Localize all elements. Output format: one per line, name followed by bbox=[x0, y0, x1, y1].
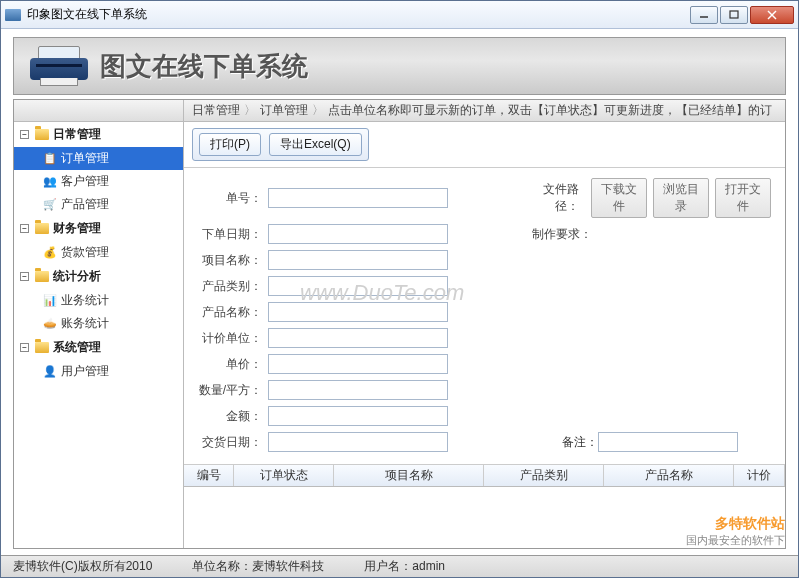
banner-title: 图文在线下单系统 bbox=[100, 49, 308, 84]
collapse-icon[interactable]: − bbox=[20, 343, 29, 352]
chevron-right-icon: 〉 bbox=[312, 102, 324, 119]
label-filepath: 文件路径： bbox=[528, 181, 585, 215]
breadcrumb-b: 订单管理 bbox=[260, 102, 308, 119]
sidebar-group-daily[interactable]: − 日常管理 bbox=[14, 122, 183, 147]
sidebar-group-stats[interactable]: − 统计分析 bbox=[14, 264, 183, 289]
product-icon: 🛒 bbox=[42, 198, 57, 212]
printer-icon bbox=[30, 46, 88, 86]
sidebar-item-products[interactable]: 🛒 产品管理 bbox=[14, 193, 183, 216]
label-order-no: 单号： bbox=[198, 190, 268, 207]
titlebar: 印象图文在线下单系统 bbox=[1, 1, 798, 29]
price-input[interactable] bbox=[268, 354, 448, 374]
users-icon: 👤 bbox=[42, 365, 57, 379]
label-price: 单价： bbox=[198, 356, 268, 373]
label-requirement: 制作要求： bbox=[528, 226, 598, 243]
group-label: 统计分析 bbox=[53, 268, 101, 285]
collapse-icon[interactable]: − bbox=[20, 224, 29, 233]
folder-icon bbox=[35, 129, 49, 140]
sidebar-group-finance[interactable]: − 财务管理 bbox=[14, 216, 183, 241]
product-input[interactable] bbox=[268, 302, 448, 322]
breadcrumb: 日常管理 〉 订单管理 〉 点击单位名称即可显示新的订单，双击【订单状态】可更新… bbox=[184, 100, 785, 122]
duote-badge: 多特软件站 国内最安全的软件下 bbox=[686, 515, 785, 548]
sidebar-item-orders[interactable]: 📋 订单管理 bbox=[14, 147, 183, 170]
collapse-icon[interactable]: − bbox=[20, 272, 29, 281]
col-product[interactable]: 产品名称 bbox=[604, 465, 734, 486]
customer-icon: 👥 bbox=[42, 175, 57, 189]
sidebar-item-label: 货款管理 bbox=[61, 244, 109, 261]
qty-input[interactable] bbox=[268, 380, 448, 400]
col-id[interactable]: 编号 bbox=[184, 465, 234, 486]
remark-input[interactable] bbox=[598, 432, 738, 452]
sidebar-item-label: 订单管理 bbox=[61, 150, 109, 167]
copyright: 麦博软件(C)版权所有2010 bbox=[13, 558, 152, 575]
table-header: 编号 订单状态 项目名称 产品类别 产品名称 计价 bbox=[184, 465, 785, 487]
delivery-input[interactable] bbox=[268, 432, 448, 452]
svg-rect-1 bbox=[730, 11, 738, 18]
col-status[interactable]: 订单状态 bbox=[234, 465, 334, 486]
header-banner: 图文在线下单系统 bbox=[13, 37, 786, 95]
print-button[interactable]: 打印(P) bbox=[199, 133, 261, 156]
label-amount: 金额： bbox=[198, 408, 268, 425]
sidebar-item-customers[interactable]: 👥 客户管理 bbox=[14, 170, 183, 193]
folder-icon bbox=[35, 223, 49, 234]
label-product: 产品名称： bbox=[198, 304, 268, 321]
company-info: 单位名称：麦博软件科技 bbox=[192, 558, 324, 575]
sidebar-item-label: 账务统计 bbox=[61, 315, 109, 332]
col-project[interactable]: 项目名称 bbox=[334, 465, 484, 486]
group-label: 日常管理 bbox=[53, 126, 101, 143]
sidebar-group-system[interactable]: − 系统管理 bbox=[14, 335, 183, 360]
amount-input[interactable] bbox=[268, 406, 448, 426]
breadcrumb-hint: 点击单位名称即可显示新的订单，双击【订单状态】可更新进度，【已经结单】的订 bbox=[328, 102, 772, 119]
label-delivery: 交货日期： bbox=[198, 434, 268, 451]
download-file-button[interactable]: 下载文件 bbox=[591, 178, 647, 218]
group-label: 财务管理 bbox=[53, 220, 101, 237]
piechart-icon: 🥧 bbox=[42, 317, 57, 331]
sidebar-item-business-stats[interactable]: 📊 业务统计 bbox=[14, 289, 183, 312]
breadcrumb-a: 日常管理 bbox=[192, 102, 240, 119]
project-input[interactable] bbox=[268, 250, 448, 270]
sidebar-item-label: 用户管理 bbox=[61, 363, 109, 380]
sidebar-item-label: 业务统计 bbox=[61, 292, 109, 309]
open-file-button[interactable]: 打开文件 bbox=[715, 178, 771, 218]
browse-dir-button[interactable]: 浏览目录 bbox=[653, 178, 709, 218]
toolbar: 打印(P) 导出Excel(Q) bbox=[184, 122, 785, 168]
user-info: 用户名：admin bbox=[364, 558, 445, 575]
sidebar-item-payments[interactable]: 💰 货款管理 bbox=[14, 241, 183, 264]
col-category[interactable]: 产品类别 bbox=[484, 465, 604, 486]
folder-icon bbox=[35, 271, 49, 282]
sidebar-item-account-stats[interactable]: 🥧 账务统计 bbox=[14, 312, 183, 335]
label-unit: 计价单位： bbox=[198, 330, 268, 347]
folder-icon bbox=[35, 342, 49, 353]
label-qty: 数量/平方： bbox=[198, 382, 268, 399]
money-icon: 💰 bbox=[42, 246, 57, 260]
category-input[interactable] bbox=[268, 276, 448, 296]
label-remark: 备注： bbox=[558, 434, 598, 451]
sidebar-header bbox=[14, 100, 183, 122]
order-icon: 📋 bbox=[42, 152, 57, 166]
sidebar-item-label: 客户管理 bbox=[61, 173, 109, 190]
barchart-icon: 📊 bbox=[42, 294, 57, 308]
minimize-button[interactable] bbox=[690, 6, 718, 24]
window-title: 印象图文在线下单系统 bbox=[27, 6, 690, 23]
sidebar: − 日常管理 📋 订单管理 👥 客户管理 🛒 产品管理 bbox=[14, 100, 184, 548]
label-category: 产品类别： bbox=[198, 278, 268, 295]
col-pricing[interactable]: 计价 bbox=[734, 465, 785, 486]
order-date-input[interactable] bbox=[268, 224, 448, 244]
label-order-date: 下单日期： bbox=[198, 226, 268, 243]
app-icon bbox=[5, 9, 21, 21]
order-no-input[interactable] bbox=[268, 188, 448, 208]
maximize-button[interactable] bbox=[720, 6, 748, 24]
sidebar-item-users[interactable]: 👤 用户管理 bbox=[14, 360, 183, 383]
label-project: 项目名称： bbox=[198, 252, 268, 269]
main-panel: 日常管理 〉 订单管理 〉 点击单位名称即可显示新的订单，双击【订单状态】可更新… bbox=[184, 100, 785, 548]
export-excel-button[interactable]: 导出Excel(Q) bbox=[269, 133, 362, 156]
order-form: 单号： 文件路径： 下载文件 浏览目录 打开文件 下单日期： bbox=[184, 168, 785, 464]
unit-input[interactable] bbox=[268, 328, 448, 348]
sidebar-item-label: 产品管理 bbox=[61, 196, 109, 213]
group-label: 系统管理 bbox=[53, 339, 101, 356]
status-bar: 麦博软件(C)版权所有2010 单位名称：麦博软件科技 用户名：admin bbox=[1, 555, 798, 577]
close-button[interactable] bbox=[750, 6, 794, 24]
chevron-right-icon: 〉 bbox=[244, 102, 256, 119]
collapse-icon[interactable]: − bbox=[20, 130, 29, 139]
